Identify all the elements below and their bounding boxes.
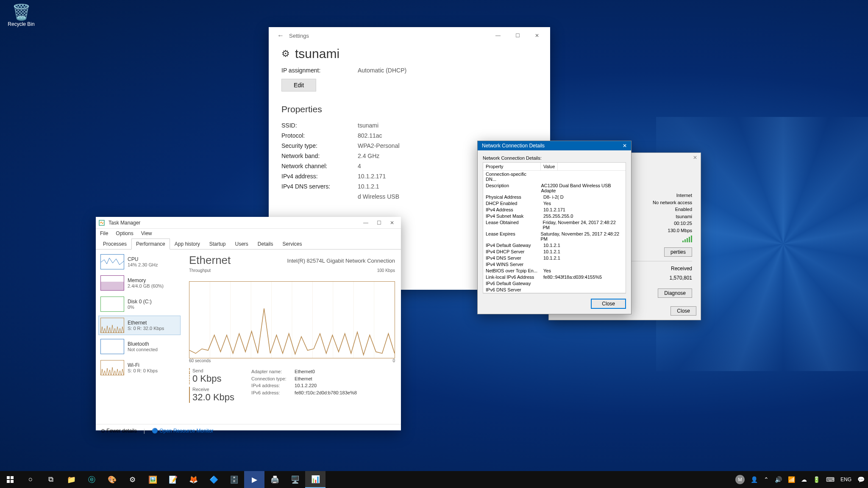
tab-processes[interactable]: Processes [98,238,131,250]
property-label: IPv4 DNS servers: [281,183,358,190]
menu-options[interactable]: Options [116,230,133,236]
signal-bars-icon [682,236,692,242]
task-manager-window: Task Manager — ☐ ✕ FileOptionsView Proce… [96,217,401,430]
tab-app-history[interactable]: App history [170,238,205,250]
detail-row[interactable]: DHCP EnabledYes [483,200,626,206]
language-indicator[interactable]: ENG [840,477,851,482]
svg-rect-13 [11,480,14,483]
dialog-titlebar[interactable]: Network Connection Details ✕ [478,141,631,150]
keyboard-icon[interactable]: ⌨ [826,476,835,483]
sidebar-item-memory[interactable]: Memory2.4/4.0 GB (60%) [98,273,181,293]
sidebar-item-disk-0--c--[interactable]: Disk 0 (C:)0% [98,294,181,314]
x-right: 0 [392,358,395,363]
detail-row[interactable]: IPv4 WINS Server [483,261,626,267]
property-label: Protocol: [281,132,358,139]
throughput-label: Throughput [189,268,211,273]
tab-services[interactable]: Services [278,238,307,250]
sidebar-item-ethernet[interactable]: EthernetS: 0 R: 32.0 Kbps [98,316,181,335]
page-heading: ⚙tsunami [281,47,537,61]
powershell-icon[interactable]: ▶ [244,471,264,488]
app-icon[interactable]: 🔷 [203,471,224,488]
tray-overflow-icon[interactable]: ⌃ [764,476,769,483]
detail-row[interactable]: IPv4 DHCP Server10.1.2.1 [483,248,626,255]
maximize-button[interactable]: ☐ [377,220,381,226]
menu-file[interactable]: File [100,230,108,236]
detail-row[interactable]: IPv4 Subnet Mask255.255.255.0 [483,213,626,219]
receive-value: 32.0 Kbps [189,392,234,403]
menu-view[interactable]: View [141,230,152,236]
recycle-bin-icon: 🗑️ [5,3,37,21]
calculator-icon[interactable]: 🗄️ [224,471,244,488]
volume-icon[interactable]: 🔊 [775,476,782,483]
close-button[interactable]: ✕ [623,143,627,149]
edge-icon[interactable]: ⓔ [81,471,102,488]
minimize-button[interactable]: — [363,220,368,226]
detail-row[interactable]: IPv4 Address10.1.2.171 [483,206,626,213]
printer-icon[interactable]: 🖨️ [264,471,285,488]
photos-icon[interactable]: 🖼️ [142,471,163,488]
details-label: Network Connection Details: [483,155,626,161]
detail-row[interactable]: NetBIOS over Tcpip En...Yes [483,267,626,274]
col-property[interactable]: Property [483,163,541,170]
maximize-button[interactable]: ☐ [508,29,527,42]
settings-icon[interactable]: ⚙ [122,471,142,488]
detail-row[interactable]: IPv4 DNS Server10.1.2.1 [483,255,626,261]
horizontal-scrollbar[interactable]: ◀▶ [483,293,626,294]
close-button[interactable]: ✕ [527,29,547,42]
detail-row[interactable]: Lease ExpiresSaturday, November 25, 2017… [483,230,626,242]
people-icon[interactable]: 👤 [751,476,758,483]
col-value[interactable]: Value [541,163,558,170]
property-value: 10.1.2.171 [358,173,386,180]
onedrive-icon[interactable]: ☁ [801,476,807,483]
minimize-button[interactable]: — [488,29,508,42]
task-view-button[interactable]: ⧉ [41,471,61,488]
gear-icon: ⚙ [281,48,290,59]
back-button[interactable]: ← [272,32,289,39]
detail-row[interactable]: Link-local IPv6 Addressfe80::943f18a:d03… [483,274,626,280]
fewer-details-toggle[interactable]: ⊙ Fewer details [101,428,137,434]
properties-button[interactable]: perties [664,247,692,257]
start-button[interactable] [0,471,20,488]
battery-icon[interactable]: 🔋 [813,476,820,483]
close-button[interactable]: ✕ [390,220,394,226]
sidebar-item-wi-fi[interactable]: Wi-FiS: 0 R: 0 Kbps [98,358,181,377]
detail-row[interactable]: IPv6 Default Gateway [483,280,626,286]
notepad-icon[interactable]: 📝 [163,471,183,488]
detail-row[interactable]: Lease ObtainedFriday, November 24, 2017 … [483,219,626,230]
wifi-icon[interactable]: 📶 [788,476,795,483]
open-resource-monitor-link[interactable]: 🔵 Open Resource Monitor [152,428,214,434]
sidebar-item-cpu[interactable]: CPU14% 2.30 GHz [98,252,181,272]
tab-performance[interactable]: Performance [131,238,170,250]
x-label: 60 seconds [189,358,211,363]
close-button[interactable]: ✕ [693,155,697,161]
user-icon[interactable]: M [735,475,745,484]
recycle-bin[interactable]: 🗑️ Recycle Bin [5,3,37,27]
task-manager-taskbar-icon[interactable]: 📊 [305,471,326,488]
close-button[interactable]: Close [670,306,696,316]
edit-button[interactable]: Edit [281,79,316,92]
action-center-icon[interactable]: 💬 [857,476,865,483]
property-value: 2.4 GHz [358,152,379,159]
detail-row[interactable]: Connection-specific DN... [483,171,626,182]
detail-row[interactable]: IPv6 DNS Server [483,286,626,293]
tab-startup[interactable]: Startup [205,238,231,250]
close-button[interactable]: Close [591,299,626,309]
settings-titlebar[interactable]: ← Settings — ☐ ✕ [269,27,550,44]
firefox-icon[interactable]: 🦊 [183,471,203,488]
paint-icon[interactable]: 🎨 [102,471,122,488]
monitor-icon[interactable]: 🖥️ [285,471,305,488]
file-explorer-icon[interactable]: 📁 [61,471,81,488]
task-manager-titlebar[interactable]: Task Manager — ☐ ✕ [96,217,401,229]
diagnose-button[interactable]: Diagnose [658,288,692,298]
property-value: 10.1.2.1 [358,183,379,190]
detail-row[interactable]: Physical AddressD8- i-2( D [483,194,626,200]
cortana-button[interactable]: ○ [20,471,41,488]
tab-details[interactable]: Details [253,238,278,250]
detail-row[interactable]: IPv4 Default Gateway10.1.2.1 [483,242,626,248]
received-value: 1,570,801 [670,275,692,281]
svg-rect-10 [7,476,10,479]
tab-users[interactable]: Users [230,238,253,250]
property-label: IPv4 address: [281,173,358,180]
detail-row[interactable]: DescriptionAC1200 Dual Band Wireless USB… [483,182,626,194]
sidebar-item-bluetooth[interactable]: BluetoothNot connected [98,337,181,356]
